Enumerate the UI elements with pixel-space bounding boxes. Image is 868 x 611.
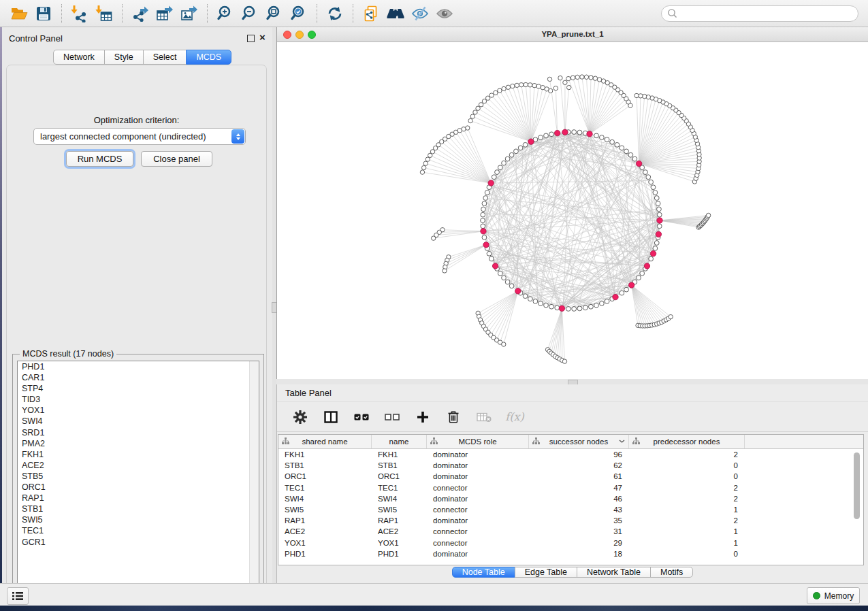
mcds-node[interactable] (644, 263, 649, 269)
mcds-result-item[interactable]: PMA2 (18, 438, 259, 449)
mcds-result-item[interactable]: FKH1 (18, 449, 259, 460)
cell-mcds-role[interactable]: dominator (427, 460, 529, 471)
zoom-out-button[interactable] (238, 2, 262, 25)
mcds-result-item[interactable]: ORC1 (18, 482, 259, 493)
column-header-predecessor-nodes[interactable]: predecessor nodes (629, 435, 745, 448)
tab-network-table[interactable]: Network Table (577, 567, 651, 578)
tab-motifs[interactable]: Motifs (650, 567, 693, 578)
tab-edge-table[interactable]: Edge Table (515, 567, 577, 578)
mcds-node[interactable] (488, 180, 494, 186)
column-header-successor-nodes[interactable]: successor nodes (529, 435, 629, 448)
mcds-node[interactable] (628, 282, 634, 288)
cell-successor-nodes[interactable]: 18 (529, 548, 629, 559)
cell-successor-nodes[interactable]: 46 (529, 493, 629, 504)
list-scrollbar[interactable] (249, 361, 259, 598)
show-columns-button[interactable] (323, 409, 339, 425)
cell-successor-nodes[interactable]: 31 (529, 526, 629, 537)
mcds-result-item[interactable]: SWI5 (18, 514, 259, 525)
cell-predecessor-nodes[interactable]: 1 (629, 526, 745, 537)
mcds-result-item[interactable]: STP4 (18, 383, 259, 394)
criterion-dropdown[interactable]: largest connected component (undirected) (33, 128, 246, 145)
mcds-result-item[interactable]: CAR1 (18, 372, 259, 383)
cell-name[interactable]: FKH1 (372, 449, 427, 460)
task-history-button[interactable] (7, 587, 29, 605)
mcds-result-item[interactable]: RAP1 (18, 493, 259, 503)
cell-predecessor-nodes[interactable]: 2 (629, 482, 745, 493)
cell-shared-name[interactable]: TEC1 (278, 482, 372, 493)
run-mcds-button[interactable]: Run MCDS (66, 151, 133, 167)
mcds-node[interactable] (483, 242, 489, 248)
network-canvas[interactable] (277, 42, 868, 379)
network-titlebar[interactable]: YPA_prune.txt_1 (277, 27, 868, 42)
mcds-node[interactable] (587, 131, 592, 137)
cell-mcds-role[interactable]: dominator (427, 471, 529, 482)
horizontal-splitter[interactable] (276, 379, 868, 384)
mcds-node[interactable] (528, 139, 534, 144)
close-panel-icon[interactable]: × (259, 33, 266, 42)
delete-row-button[interactable] (445, 409, 462, 425)
cell-name[interactable]: YOX1 (372, 538, 427, 548)
table-row[interactable]: SWI5SWI5connector431 (278, 504, 863, 515)
cell-name[interactable]: SWI4 (372, 493, 427, 504)
mcds-result-item[interactable]: SWI4 (18, 416, 259, 427)
mcds-node[interactable] (554, 130, 560, 135)
tab-select[interactable]: Select (143, 50, 187, 65)
tab-network[interactable]: Network (53, 50, 105, 65)
tab-mcds[interactable]: MCDS (186, 50, 231, 65)
cell-successor-nodes[interactable]: 43 (529, 504, 629, 515)
column-header-shared-name[interactable]: shared name (278, 435, 372, 448)
table-options-button[interactable] (292, 409, 308, 425)
cell-successor-nodes[interactable]: 29 (529, 538, 629, 548)
mcds-node[interactable] (481, 229, 486, 234)
unselect-all-button[interactable] (384, 409, 400, 425)
cell-predecessor-nodes[interactable]: 0 (629, 471, 745, 482)
add-row-button[interactable] (415, 409, 431, 425)
cell-name[interactable]: ORC1 (372, 471, 427, 482)
table-row[interactable]: SWI4SWI4dominator462 (278, 493, 863, 504)
float-panel-icon[interactable] (247, 35, 255, 42)
open-session-button[interactable] (7, 2, 31, 25)
close-panel-button[interactable]: Close panel (141, 151, 212, 167)
search-input[interactable] (681, 7, 858, 20)
cell-mcds-role[interactable]: dominator (427, 548, 529, 559)
export-network-button[interactable] (128, 2, 152, 25)
cell-shared-name[interactable]: STB1 (278, 460, 372, 471)
cell-shared-name[interactable]: RAP1 (278, 515, 372, 526)
import-network-button[interactable] (67, 2, 92, 25)
cell-shared-name[interactable]: FKH1 (278, 449, 372, 460)
table-row[interactable]: PHD1PHD1dominator180 (278, 548, 863, 559)
cell-predecessor-nodes[interactable]: 0 (629, 548, 745, 559)
show-all-button[interactable] (432, 2, 457, 25)
apply-layout-button[interactable] (323, 2, 347, 25)
cell-predecessor-nodes[interactable]: 1 (629, 504, 745, 515)
cell-name[interactable]: SWI5 (372, 504, 427, 515)
mcds-node[interactable] (636, 161, 641, 166)
cell-successor-nodes[interactable]: 61 (529, 471, 629, 482)
export-table-button[interactable] (152, 2, 177, 25)
mcds-node[interactable] (515, 288, 521, 294)
duplicate-network-button[interactable] (359, 2, 383, 25)
cell-predecessor-nodes[interactable]: 0 (629, 460, 745, 471)
delete-table-button[interactable] (476, 409, 492, 425)
mcds-result-item[interactable]: PHD1 (18, 361, 259, 372)
zoom-selected-button[interactable] (287, 2, 311, 25)
cell-shared-name[interactable]: PHD1 (278, 548, 372, 559)
mcds-node[interactable] (613, 294, 618, 299)
cell-predecessor-nodes[interactable]: 2 (629, 515, 745, 526)
cell-shared-name[interactable]: ACE2 (278, 526, 372, 537)
zoom-fit-button[interactable] (262, 2, 287, 25)
cell-shared-name[interactable]: YOX1 (278, 538, 372, 548)
cell-mcds-role[interactable]: dominator (427, 493, 529, 504)
cell-predecessor-nodes[interactable]: 1 (629, 538, 745, 548)
table-row[interactable]: FKH1FKH1dominator962 (278, 449, 863, 460)
sort-desc-icon[interactable] (619, 440, 625, 444)
mcds-result-item[interactable]: STB1 (18, 503, 259, 514)
mcds-node[interactable] (562, 129, 568, 135)
table-row[interactable]: ORC1ORC1dominator610 (278, 471, 863, 482)
cell-name[interactable]: STB1 (372, 460, 427, 471)
cell-successor-nodes[interactable]: 35 (529, 515, 629, 526)
cell-successor-nodes[interactable]: 47 (529, 482, 629, 493)
cell-successor-nodes[interactable]: 62 (529, 460, 629, 471)
cell-shared-name[interactable]: ORC1 (278, 471, 372, 482)
cell-name[interactable]: TEC1 (372, 482, 427, 493)
